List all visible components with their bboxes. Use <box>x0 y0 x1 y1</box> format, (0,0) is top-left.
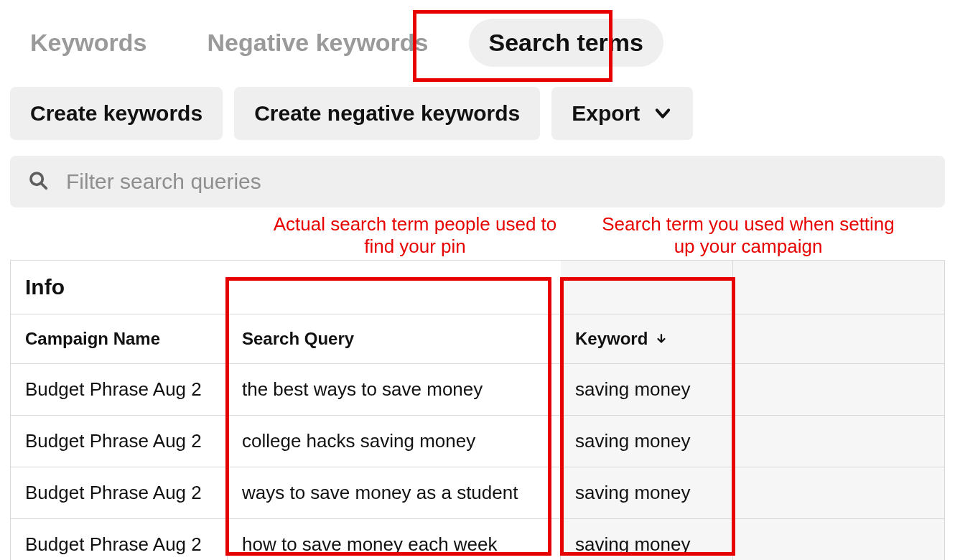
filter-input[interactable] <box>65 169 928 195</box>
cell-keyword: saving money <box>561 364 733 416</box>
table-row[interactable]: Budget Phrase Aug 2 the best ways to sav… <box>11 364 945 416</box>
chevron-down-icon <box>653 103 673 123</box>
cell-campaign: Budget Phrase Aug 2 <box>11 467 228 519</box>
table-info-header-spacer1 <box>561 261 733 314</box>
cell-query: ways to save money as a student <box>228 467 561 519</box>
search-terms-table: Info Campaign Name Search Query Keyword <box>10 260 945 560</box>
cell-rest <box>733 467 945 519</box>
sort-descending-icon <box>655 332 668 345</box>
svg-line-1 <box>42 184 47 189</box>
cell-query: the best ways to save money <box>228 364 561 416</box>
export-button[interactable]: Export <box>551 87 693 140</box>
cell-keyword: saving money <box>561 467 733 519</box>
col-keyword-label: Keyword <box>575 329 648 349</box>
col-campaign-name[interactable]: Campaign Name <box>11 314 228 364</box>
tabs-row: Keywords Negative keywords Search terms <box>10 19 945 67</box>
cell-rest <box>733 416 945 467</box>
annotation-keyword: Search term you used when setting up you… <box>590 213 906 257</box>
cell-rest <box>733 364 945 416</box>
cell-campaign: Budget Phrase Aug 2 <box>11 364 228 416</box>
tab-keywords[interactable]: Keywords <box>10 19 167 67</box>
cell-keyword: saving money <box>561 519 733 560</box>
table-row[interactable]: Budget Phrase Aug 2 how to save money ea… <box>11 519 945 560</box>
export-label: Export <box>572 101 640 126</box>
table-info-header: Info <box>11 261 561 314</box>
cell-query: college hacks saving money <box>228 416 561 467</box>
col-search-query[interactable]: Search Query <box>228 314 561 364</box>
col-rest <box>733 314 945 364</box>
cell-query: how to save money each week <box>228 519 561 560</box>
col-keyword[interactable]: Keyword <box>561 314 733 364</box>
cell-campaign: Budget Phrase Aug 2 <box>11 519 228 560</box>
toolbar: Create keywords Create negative keywords… <box>10 87 945 140</box>
filter-bar[interactable] <box>10 156 945 207</box>
annotation-search-query: Actual search term people used to find y… <box>257 213 573 257</box>
table-info-header-spacer2 <box>733 261 945 314</box>
annotation-row: Actual search term people used to find y… <box>10 213 945 257</box>
table-row[interactable]: Budget Phrase Aug 2 ways to save money a… <box>11 467 945 519</box>
table-row[interactable]: Budget Phrase Aug 2 college hacks saving… <box>11 416 945 467</box>
search-icon <box>27 169 49 194</box>
cell-keyword: saving money <box>561 416 733 467</box>
cell-campaign: Budget Phrase Aug 2 <box>11 416 228 467</box>
tab-negative-keywords[interactable]: Negative keywords <box>187 19 449 67</box>
tab-search-terms[interactable]: Search terms <box>469 19 663 67</box>
create-keywords-button[interactable]: Create keywords <box>10 87 223 140</box>
cell-rest <box>733 519 945 560</box>
create-negative-keywords-button[interactable]: Create negative keywords <box>234 87 540 140</box>
